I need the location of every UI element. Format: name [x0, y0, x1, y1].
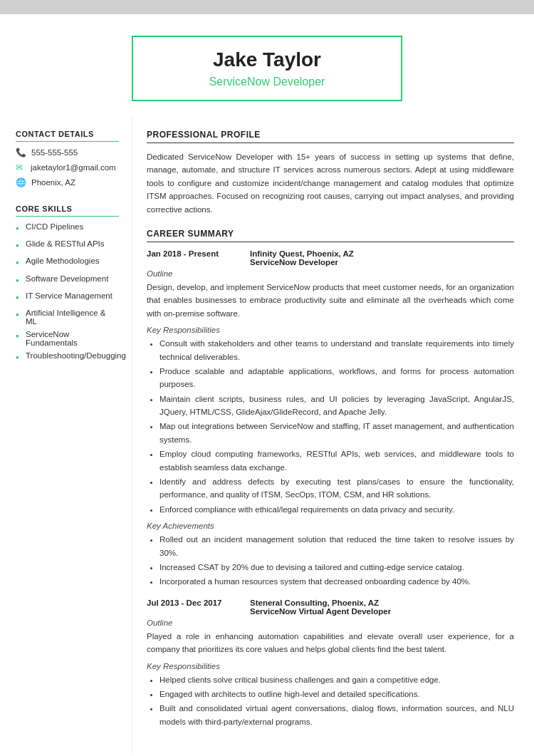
responsibility-item: Produce scalable and adaptable applicati… — [159, 365, 514, 391]
candidate-title: ServiceNow Developer — [176, 76, 358, 88]
skills-section: CORE SKILLS ▪CI/CD Pipelines▪Glide & RES… — [16, 204, 119, 364]
responsibilities-label: Key Responsibilities — [147, 662, 514, 670]
career-entries: Jan 2018 - Present Infinity Quest, Phoen… — [147, 249, 514, 728]
responsibilities-list: Consult with stakeholders and other team… — [147, 337, 514, 516]
career-dates: Jan 2018 - Present — [147, 249, 250, 266]
achievement-item: Rolled out an incident management soluti… — [159, 533, 514, 559]
contact-email: ✉ jaketaylor1@gmail.com — [16, 162, 119, 172]
contact-location: 🌐 Phoenix, AZ — [16, 177, 119, 187]
career-outline-text: Design, develop, and implement ServiceNo… — [147, 281, 514, 320]
skill-label: Troubleshooting/Debugging — [26, 351, 126, 360]
skills-section-title: CORE SKILLS — [16, 204, 119, 217]
skill-bullet: ▪ — [16, 222, 21, 235]
skill-item: ▪CI/CD Pipelines — [16, 222, 119, 235]
email-icon: ✉ — [16, 162, 26, 172]
skill-bullet: ▪ — [16, 291, 21, 304]
skill-label: Software Development — [26, 274, 108, 283]
skill-bullet: ▪ — [16, 309, 21, 321]
career-outline-text: Played a role in enhancing automation ca… — [147, 630, 514, 656]
skill-item: ▪Agile Methodologies — [16, 257, 119, 269]
skill-label: CI/CD Pipelines — [26, 222, 83, 231]
responsibility-item: Employ cloud computing frameworks, RESTf… — [159, 447, 514, 474]
body: CONTACT DETAILS 📞 555-555-555 ✉ jaketayl… — [0, 115, 534, 755]
achievements-list: Rolled out an incident management soluti… — [147, 533, 514, 589]
career-company-block: Steneral Consulting, Phoenix, AZ Service… — [250, 599, 514, 616]
profile-section: PROFESSIONAL PROFILE Dedicated ServiceNo… — [147, 130, 514, 216]
skill-bullet: ▪ — [16, 274, 21, 287]
phone-text: 555-555-555 — [31, 148, 78, 157]
responsibility-item: Built and consolidated virtual agent con… — [159, 702, 514, 728]
career-section: CAREER SUMMARY Jan 2018 - Present Infini… — [147, 229, 514, 728]
skill-label: Artificial Intelligence & ML — [26, 309, 119, 326]
header: Jake Taylor ServiceNow Developer — [0, 14, 534, 115]
contact-phone: 📞 555-555-555 — [16, 147, 119, 157]
contact-section: CONTACT DETAILS 📞 555-555-555 ✉ jaketayl… — [16, 130, 119, 187]
phone-icon: 📞 — [16, 147, 26, 157]
career-entry: Jul 2013 - Dec 2017 Steneral Consulting,… — [147, 599, 514, 728]
career-header: Jan 2018 - Present Infinity Quest, Phoen… — [147, 249, 514, 266]
skill-item: ▪Glide & RESTful APIs — [16, 239, 119, 252]
skill-label: Agile Methodologies — [26, 257, 100, 265]
career-entry: Jan 2018 - Present Infinity Quest, Phoen… — [147, 249, 514, 589]
responsibility-item: Engaged with architects to outline high-… — [159, 688, 514, 700]
contact-section-title: CONTACT DETAILS — [16, 130, 119, 142]
skill-item: ▪Troubleshooting/Debugging — [16, 351, 119, 364]
header-box: Jake Taylor ServiceNow Developer — [132, 36, 402, 101]
achievement-item: Incorporated a human resources system th… — [159, 575, 514, 588]
skill-label: IT Service Management — [26, 291, 112, 300]
responsibility-item: Consult with stakeholders and other team… — [159, 337, 514, 363]
skill-label: Glide & RESTful APIs — [26, 239, 105, 248]
resume-page: Jake Taylor ServiceNow Developer CONTACT… — [0, 14, 534, 756]
career-company: Infinity Quest, Phoenix, AZ — [250, 249, 514, 258]
sidebar: CONTACT DETAILS 📞 555-555-555 ✉ jaketayl… — [0, 115, 132, 755]
candidate-name: Jake Taylor — [176, 48, 358, 71]
skill-item: ▪Software Development — [16, 274, 119, 287]
career-header: Jul 2013 - Dec 2017 Steneral Consulting,… — [147, 599, 514, 616]
career-outline-label: Outline — [147, 269, 514, 278]
career-section-title: CAREER SUMMARY — [147, 229, 514, 242]
email-text: jaketaylor1@gmail.com — [31, 163, 116, 172]
career-outline-label: Outline — [147, 618, 514, 627]
responsibility-item: Helped clients solve critical business c… — [159, 673, 514, 686]
career-role: ServiceNow Developer — [250, 258, 514, 266]
achievement-item: Increased CSAT by 20% due to devising a … — [159, 561, 514, 574]
responsibilities-label: Key Responsibilities — [147, 326, 514, 334]
skill-bullet: ▪ — [16, 330, 21, 343]
career-company-block: Infinity Quest, Phoenix, AZ ServiceNow D… — [250, 249, 514, 266]
main-content: PROFESSIONAL PROFILE Dedicated ServiceNo… — [132, 115, 534, 755]
skill-bullet: ▪ — [16, 239, 21, 252]
career-dates: Jul 2013 - Dec 2017 — [147, 599, 250, 616]
responsibility-item: Maintain client scripts, business rules,… — [159, 393, 514, 419]
profile-text: Dedicated ServiceNow Developer with 15+ … — [147, 150, 514, 216]
responsibility-item: Identify and address defects by executin… — [159, 475, 514, 502]
skill-item: ▪Artificial Intelligence & ML — [16, 309, 119, 326]
skill-label: ServiceNow Fundamentals — [26, 330, 119, 347]
career-company: Steneral Consulting, Phoenix, AZ — [250, 599, 514, 607]
location-icon: 🌐 — [16, 177, 26, 187]
profile-section-title: PROFESSIONAL PROFILE — [147, 130, 514, 143]
achievements-label: Key Achievements — [147, 522, 514, 530]
skill-item: ▪IT Service Management — [16, 291, 119, 304]
skill-bullet: ▪ — [16, 257, 21, 269]
location-text: Phoenix, AZ — [31, 178, 75, 187]
skill-bullet: ▪ — [16, 351, 21, 364]
responsibility-item: Enforced compliance with ethical/legal r… — [159, 503, 514, 516]
responsibilities-list: Helped clients solve critical business c… — [147, 673, 514, 729]
responsibility-item: Map out integrations between ServiceNow … — [159, 420, 514, 446]
skill-item: ▪ServiceNow Fundamentals — [16, 330, 119, 347]
skills-list: ▪CI/CD Pipelines▪Glide & RESTful APIs▪Ag… — [16, 222, 119, 364]
career-role: ServiceNow Virtual Agent Developer — [250, 607, 514, 616]
